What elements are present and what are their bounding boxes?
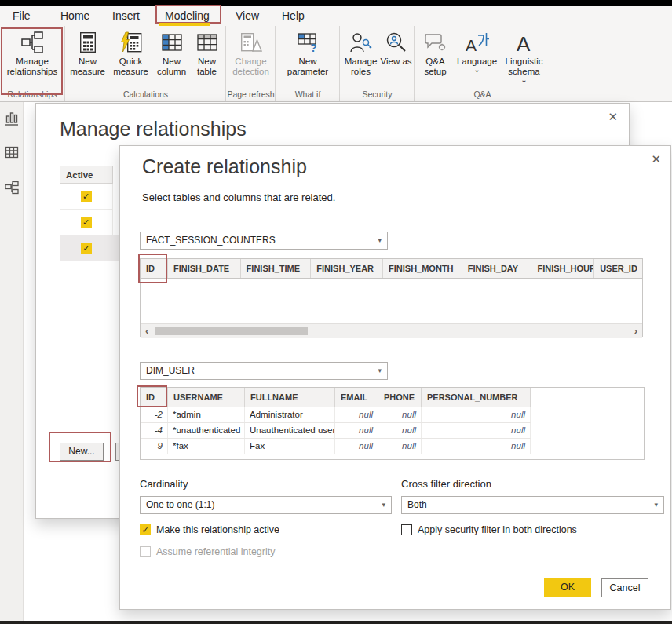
cell-email: null [335,423,378,438]
quick-measure-button[interactable]: Quick measure [108,30,154,77]
view-sidebar [0,102,24,621]
new-parameter-button[interactable]: ? New parameter [282,30,334,77]
column-header[interactable]: PERSONAL_NUMBER [422,388,531,407]
cell-personal-number: null [422,407,531,422]
column-header[interactable]: FINISH_TIME [241,259,312,278]
close-icon[interactable]: ✕ [608,110,618,124]
make-active-checkbox-row[interactable]: ✓ Make this relationship active [140,524,279,535]
new-table-button[interactable]: New table [190,30,225,77]
new-table-icon [196,30,218,55]
table-row[interactable]: -4 *unauthenticated Unauthenticated user… [141,423,531,439]
linguistic-schema-button[interactable]: A Linguistic schema ⌄ [500,30,549,83]
tab-modeling[interactable]: Modeling [165,6,210,26]
relationship-row[interactable]: ✓ [60,210,113,235]
cell-username: *unauthenticated [168,423,245,438]
column-header[interactable]: FINISH_MONTH [383,259,462,278]
manage-roles-icon [349,30,373,55]
active-column-header: Active [60,166,113,184]
model-view-icon[interactable] [5,181,19,195]
new-measure-button[interactable]: New measure [68,30,108,77]
column-header[interactable]: EMAIL [335,388,378,407]
column-header[interactable]: FINISH_YEAR [311,259,383,278]
manage-relationships-button[interactable]: Manage relationships [1,30,64,77]
manage-relationships-title: Manage relationships [60,118,247,140]
new-measure-icon [79,30,97,55]
qa-setup-button[interactable]: Q&A setup [417,30,455,77]
column-header[interactable]: ID [141,388,168,407]
cross-filter-value: Both [407,499,427,510]
cell-fullname: Unauthenticated user [245,423,335,438]
relationship-row[interactable]: ✓ [60,184,113,210]
cell-phone: null [378,407,422,422]
close-icon[interactable]: ✕ [651,152,661,166]
checked-checkbox[interactable]: ✓ [140,524,151,535]
scrollbar-thumb[interactable] [155,327,308,335]
group-label: Q&A [415,89,550,101]
button-label: New column [154,57,190,77]
security-filter-checkbox-row[interactable]: Apply security filter in both directions [401,524,577,535]
cancel-button[interactable]: Cancel [601,578,648,597]
table1-empty-body [141,279,642,323]
new-relationship-button[interactable]: New... [60,443,104,461]
cross-filter-select[interactable]: Both ▾ [401,496,664,514]
table2-header-row: ID USERNAME FULLNAME EMAIL PHONE PERSONA… [141,388,531,407]
dropdown-arrow-icon: ▾ [378,363,382,379]
create-relationship-dialog: ✕ Create relationship Select tables and … [119,145,671,610]
tab-view[interactable]: View [236,6,259,26]
view-as-button[interactable]: View as [380,30,413,67]
cardinality-label: Cardinality [140,478,188,490]
linguistic-schema-icon: A [515,30,534,55]
column-header[interactable]: FINISH_DATE [168,259,241,278]
column-header[interactable]: ID [141,259,168,278]
data-view-icon[interactable] [5,145,19,159]
new-parameter-icon: ? [297,30,319,55]
cell-id: -4 [141,423,168,438]
new-column-button[interactable]: New column [154,30,190,77]
column-header[interactable]: PHONE [378,388,422,407]
cell-fullname: Fax [245,439,335,454]
column-header[interactable]: FULLNAME [245,388,335,407]
column-header[interactable]: FINISH_DAY [462,259,532,278]
button-label: Q&A setup [417,57,455,77]
svg-text:A: A [517,32,531,53]
table-row[interactable]: -2 *admin Administrator null null null [141,407,531,423]
table2-select[interactable]: DIM_USER ▾ [140,362,388,380]
scroll-left-icon[interactable]: ‹ [145,324,148,338]
manage-roles-button[interactable]: Manage roles [342,30,380,77]
language-button[interactable]: A Language ⌄ [455,30,500,73]
button-label: New table [190,57,225,77]
cell-email: null [335,407,378,422]
tab-home[interactable]: Home [60,6,89,26]
active-checkbox[interactable]: ✓ [81,217,92,228]
active-checkbox[interactable]: ✓ [81,243,92,254]
tab-insert[interactable]: Insert [112,6,140,26]
dropdown-arrow-icon: ▾ [654,497,658,513]
column-header[interactable]: USER_ID [594,259,642,278]
button-label: New parameter [282,57,334,77]
checkbox-label: Assume referential integrity [156,546,275,557]
ribbon: Manage relationships Relationships New m… [0,26,672,102]
tab-help[interactable]: Help [282,6,305,26]
table1-horizontal-scrollbar[interactable]: ‹ › [141,323,642,338]
report-view-icon[interactable] [5,111,19,126]
active-checkbox[interactable]: ✓ [81,191,92,202]
column-header[interactable]: FINISH_HOUR [531,259,594,278]
cell-id: -2 [141,407,168,422]
qa-setup-icon [424,30,447,55]
table1-header-row: ID FINISH_DATE FINISH_TIME FINISH_YEAR F… [141,259,642,279]
cardinality-select[interactable]: One to one (1:1) ▾ [140,496,392,514]
scroll-right-icon[interactable]: › [634,324,637,338]
table-row[interactable]: -9 *fax Fax null null null [141,439,531,454]
quick-measure-icon [119,30,143,55]
checkbox-label: Apply security filter in both directions [418,524,577,535]
group-label: Calculations [66,89,225,101]
unchecked-checkbox[interactable] [401,524,412,535]
cell-fullname: Administrator [245,407,335,422]
button-label: Change detection [228,57,275,77]
table1-select[interactable]: FACT_SESSION_COUNTERS ▾ [140,232,388,250]
column-header[interactable]: USERNAME [168,388,245,407]
ok-button[interactable]: OK [544,578,591,597]
table2-preview: ID USERNAME FULLNAME EMAIL PHONE PERSONA… [140,387,645,460]
tab-file[interactable]: File [13,6,31,26]
title-bar [0,0,672,6]
